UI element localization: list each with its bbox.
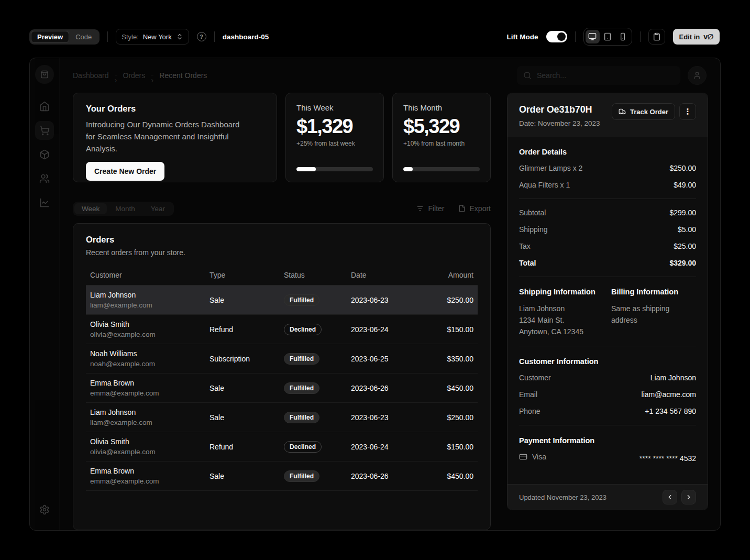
monitor-icon [588, 32, 597, 41]
customer-email: liam@example.com [90, 418, 201, 427]
tab-year[interactable]: Year [144, 203, 172, 214]
next-order-button[interactable] [681, 490, 696, 504]
search-input[interactable]: Search... [517, 66, 680, 85]
mobile-view-button[interactable] [616, 30, 630, 43]
sidebar-item-products[interactable] [35, 145, 54, 164]
progress-bar [296, 167, 373, 171]
track-order-button[interactable]: Track Order [612, 103, 675, 120]
card-number: **** **** **** 4532 [639, 453, 696, 464]
updated-label: Updated November 23, 2023 [519, 493, 606, 501]
separator [519, 277, 696, 277]
stat-change: +10% from last month [403, 140, 480, 147]
copy-code-button[interactable] [648, 29, 665, 45]
table-row[interactable]: Noah Williamsnoah@example.com Subscripti… [86, 344, 478, 374]
total-label: Shipping [519, 224, 548, 235]
toggle-knob [557, 32, 566, 41]
style-label: Style: [122, 33, 139, 41]
tab-month[interactable]: Month [108, 203, 142, 214]
order-detail-header: Order Oe31b70H Date: November 23, 2023 T… [508, 93, 708, 137]
item-amount: $250.00 [669, 163, 696, 173]
preview-toolbar: Preview Code Style: New York ? dashboard… [29, 28, 720, 46]
status-badge: Fulfilled [284, 294, 319, 306]
style-value: New York [143, 33, 172, 41]
edit-in-v0-button[interactable]: Edit in v∅ [673, 29, 720, 45]
order-date: 2023-06-24 [347, 315, 426, 344]
section-heading: Customer Information [519, 357, 696, 366]
customer-email: noah@example.com [90, 359, 201, 369]
customer-name: Olivia Smith [90, 319, 201, 330]
item-name: Aqua Filters x 1 [519, 180, 570, 190]
breadcrumb-item[interactable]: Dashboard [73, 71, 109, 80]
sidebar-item-home[interactable] [35, 97, 54, 116]
chevron-right-icon [685, 493, 692, 501]
user-avatar[interactable] [688, 66, 707, 85]
order-detail-footer: Updated November 23, 2023 [508, 484, 708, 510]
stat-value: $5,329 [403, 115, 480, 138]
order-date: 2023-06-26 [347, 462, 426, 491]
section-heading: Shipping Information [519, 288, 604, 296]
previous-order-button[interactable] [663, 490, 677, 504]
order-date: 2023-06-25 [347, 344, 426, 374]
status-badge: Declined [284, 324, 322, 335]
filter-button[interactable]: Filter [416, 204, 444, 213]
create-new-order-button[interactable]: Create New Order [86, 162, 164, 181]
stat-value: $1,329 [296, 115, 373, 138]
table-row[interactable]: Liam Johnsonliam@example.com Sale Fulfil… [86, 403, 478, 432]
column-header: Amount [426, 265, 478, 286]
smartphone-icon [619, 32, 627, 41]
preview-code-toggle: Preview Code [29, 29, 100, 45]
progress-bar [403, 167, 480, 171]
table-row[interactable]: Liam Johnsonliam@example.com Sale Fulfil… [86, 286, 478, 315]
table-row[interactable]: Emma Brownemma@example.com Sale Fulfille… [86, 462, 478, 491]
preview-tab[interactable]: Preview [31, 31, 69, 43]
toolbar-divider [214, 31, 215, 42]
order-type: Subscription [205, 344, 280, 374]
sidebar-item-orders[interactable] [35, 121, 54, 140]
help-icon[interactable]: ? [197, 32, 206, 41]
export-button[interactable]: Export [458, 204, 491, 213]
sidebar-item-customers[interactable] [35, 169, 54, 188]
breadcrumb-item[interactable]: Orders [123, 71, 146, 80]
customer-name: Emma Brown [90, 466, 201, 476]
total-amount: $5.00 [678, 224, 696, 235]
shipping-address-line: 1234 Main St. [519, 314, 604, 326]
order-amount: $250.00 [426, 403, 478, 432]
customer-row: Customer Liam Johnson [519, 372, 696, 383]
lift-mode-toggle[interactable] [546, 31, 567, 42]
app-logo[interactable] [35, 65, 54, 84]
package-icon [39, 149, 50, 160]
billing-note: Same as shipping address [611, 303, 679, 326]
toolbar-divider [107, 31, 108, 42]
desktop-view-button[interactable] [586, 30, 600, 43]
toolbar-divider [575, 31, 576, 42]
item-amount: $49.00 [674, 180, 696, 190]
shopping-cart-icon [39, 125, 50, 136]
tablet-view-button[interactable] [601, 30, 615, 43]
column-header: Status [280, 265, 347, 286]
order-amount: $250.00 [426, 286, 478, 315]
separator [519, 425, 696, 425]
order-date: 2023-06-24 [347, 432, 426, 462]
tab-week[interactable]: Week [74, 203, 107, 214]
sidebar-item-analytics[interactable] [35, 193, 54, 212]
orders-subtitle: Recent orders from your store. [86, 248, 478, 257]
table-row[interactable]: Emma Brownemma@example.com Sale Fulfille… [86, 374, 478, 403]
this-week-card: This Week $1,329 +25% from last week [285, 93, 384, 182]
separator [519, 199, 696, 199]
code-tab[interactable]: Code [69, 31, 98, 43]
order-type: Refund [205, 315, 280, 344]
table-row[interactable]: Olivia Smitholivia@example.com Refund De… [86, 432, 478, 462]
total-label: Tax [519, 241, 531, 251]
table-header-row: Customer Type Status Date Amount [86, 265, 478, 286]
orders-table: Customer Type Status Date Amount Liam Jo… [86, 265, 478, 491]
style-select[interactable]: Style: New York [116, 29, 189, 45]
customer-name: Liam Johnson [90, 290, 201, 300]
customer-email: emma@example.com [90, 388, 201, 398]
chevron-right-icon: › [151, 75, 153, 76]
more-options-button[interactable]: ⋮ [679, 103, 696, 120]
total-row: Total $329.00 [519, 258, 696, 268]
more-vertical-icon: ⋮ [684, 107, 692, 116]
customer-name: Emma Brown [90, 378, 201, 388]
sidebar-item-settings[interactable] [35, 500, 54, 519]
table-row[interactable]: Olivia Smitholivia@example.com Refund De… [86, 315, 478, 344]
